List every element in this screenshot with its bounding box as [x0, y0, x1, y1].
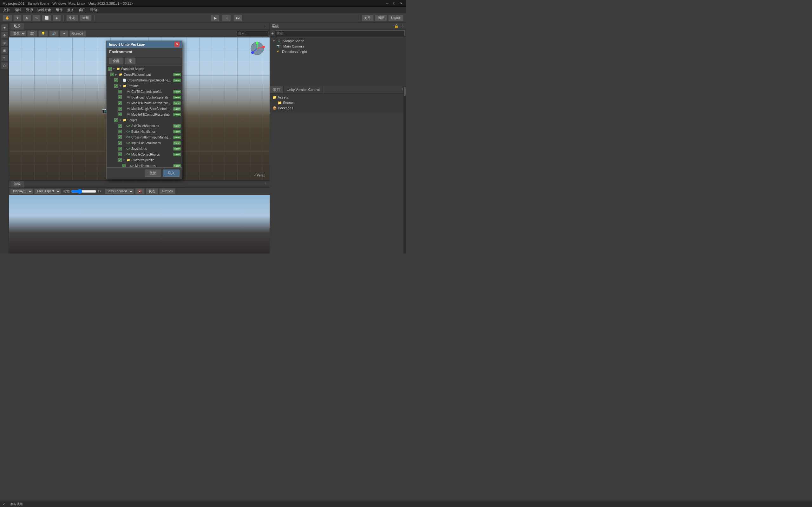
- account-btn[interactable]: 账号: [362, 15, 374, 21]
- check-axistouch[interactable]: ✓: [118, 124, 122, 128]
- menu-edit[interactable]: 编辑: [13, 7, 23, 13]
- menu-window[interactable]: 窗口: [77, 7, 88, 13]
- hierarchy-add-btn[interactable]: +: [271, 31, 274, 36]
- menu-file[interactable]: 文件: [1, 7, 12, 13]
- check-cartilt[interactable]: ✓: [118, 90, 122, 94]
- tree-item-guidelines[interactable]: ✓ 📄 CrossPlatformInputGuidelines.txt New: [107, 77, 182, 83]
- tree-item-mobiletilt[interactable]: ✓ 🎮 MobileTiltControlRig.prefab New: [107, 112, 182, 117]
- stats-btn[interactable]: 状态: [146, 188, 158, 194]
- tree-item-mobileaircraft[interactable]: ✓ 🎮 MobileAircraftControls.prefab New: [107, 100, 182, 106]
- minimize-btn[interactable]: ─: [385, 1, 390, 6]
- move-tool[interactable]: ✛: [13, 15, 21, 21]
- scene-shading-select[interactable]: 着色: [10, 31, 26, 37]
- mute-btn[interactable]: 🔇: [135, 188, 145, 194]
- tree-item-scripts[interactable]: ✓ ▼ 📁 Scripts: [107, 117, 182, 123]
- transform-tool[interactable]: ◈: [53, 15, 61, 21]
- game-tab[interactable]: 游戏: [10, 181, 24, 187]
- check-standard-assets[interactable]: ✓: [108, 67, 112, 71]
- cancel-btn[interactable]: 取消: [145, 170, 161, 177]
- scene-tab[interactable]: 场景: [10, 23, 24, 30]
- check-mobiletilt[interactable]: ✓: [118, 112, 122, 116]
- menu-services[interactable]: 服务: [65, 7, 76, 13]
- scene-audio-btn[interactable]: 🔊: [49, 31, 59, 37]
- pivot-btn[interactable]: 中心: [66, 15, 78, 21]
- tree-item-cartilt[interactable]: ✓ 🎮 CarTiltControls.prefab New: [107, 89, 182, 95]
- check-prefabs[interactable]: ✓: [114, 84, 118, 88]
- dialog-close-btn[interactable]: ✕: [174, 42, 180, 47]
- tree-item-crossplatformmgr[interactable]: ✓ C# CrossPlatformInputManager.cs New: [107, 134, 182, 140]
- check-mobilecontrol[interactable]: ✓: [118, 153, 122, 156]
- close-btn[interactable]: ✕: [399, 1, 403, 6]
- play-focused-btn[interactable]: Play Focused: [105, 188, 134, 194]
- menu-assets[interactable]: 资源: [24, 7, 35, 13]
- layers-btn[interactable]: 图层: [375, 15, 387, 21]
- scene-effects-btn[interactable]: ✦: [60, 31, 68, 37]
- rect-tool[interactable]: ⬜: [42, 15, 51, 21]
- tree-item-inputaxis[interactable]: ✓ C# InputAxisScrollbar.cs New: [107, 140, 182, 146]
- scene-search-input[interactable]: [237, 31, 268, 37]
- check-crossplatform[interactable]: ✓: [110, 72, 114, 76]
- project-scrollbar[interactable]: [403, 86, 406, 253]
- all-btn[interactable]: 全部: [109, 58, 123, 64]
- check-platformspec[interactable]: ✓: [118, 158, 122, 162]
- display-select[interactable]: Display 1: [10, 188, 33, 194]
- check-scripts[interactable]: ✓: [114, 118, 118, 122]
- tree-item-prefabs[interactable]: ✓ ▼ 📁 Prefabs: [107, 83, 182, 89]
- scale-slider[interactable]: [71, 189, 96, 193]
- check-inputaxis[interactable]: ✓: [118, 141, 122, 145]
- hierarchy-light[interactable]: ☀ Directional Light: [271, 49, 405, 54]
- scene-menu-icon[interactable]: ⋮: [264, 24, 268, 28]
- tree-item-joystick[interactable]: ✓ C# Joystick.cs New: [107, 146, 182, 152]
- check-mobilesingle[interactable]: ✓: [118, 107, 122, 111]
- tool-align[interactable]: ≡: [1, 55, 8, 61]
- scale-tool[interactable]: ⤡: [32, 15, 41, 21]
- tree-item-mobileinput[interactable]: ✓ C# MobileInput.cs New: [107, 163, 182, 167]
- tree-item-standard-assets[interactable]: ✓ ▼ 📁 Standard Assets: [107, 66, 182, 72]
- aspect-select[interactable]: Free Aspect: [34, 188, 61, 194]
- tree-item-mobilecontrol[interactable]: ✓ C# MobileControlRig.cs New: [107, 152, 182, 157]
- project-scenes[interactable]: 📁 Scenes: [271, 100, 405, 106]
- tool-extra[interactable]: ⬡: [1, 62, 8, 69]
- pause-button[interactable]: ⏸: [222, 14, 231, 21]
- maximize-btn[interactable]: □: [392, 1, 397, 6]
- game-gizmos-btn[interactable]: Gizmos: [159, 188, 176, 194]
- hierarchy-lock-icon[interactable]: 🔒: [394, 24, 399, 28]
- none-btn[interactable]: 无: [125, 58, 136, 64]
- layout-btn[interactable]: Layout: [388, 15, 403, 21]
- menu-component[interactable]: 组件: [54, 7, 65, 13]
- import-btn[interactable]: 导入: [163, 170, 180, 177]
- tree-item-axistouch[interactable]: ✓ C# AxisTouchButton.cs New: [107, 123, 182, 129]
- check-crossplatformmgr[interactable]: ✓: [118, 135, 122, 139]
- check-dualtouch[interactable]: ✓: [118, 95, 122, 99]
- step-button[interactable]: ⏭: [234, 14, 242, 21]
- rotate-tool[interactable]: ↻: [23, 15, 31, 21]
- tab-vcs[interactable]: Unity Version Control: [284, 86, 323, 93]
- tree-item-platformspec[interactable]: ✓ ▼ 📁 PlatformSpecific: [107, 157, 182, 163]
- scene-gizmos-btn[interactable]: Gizmos: [69, 31, 86, 37]
- check-mobileinput[interactable]: ✓: [122, 164, 125, 167]
- check-guidelines[interactable]: ✓: [114, 78, 118, 82]
- tree-item-mobilesingle[interactable]: ✓ 🎮 MobileSingleStickControl.prefab New: [107, 106, 182, 112]
- menu-gameobject[interactable]: 游戏对象: [36, 7, 53, 13]
- scene-2d-btn[interactable]: 2D: [27, 31, 37, 37]
- project-packages[interactable]: 📦 Packages: [271, 106, 405, 111]
- global-btn[interactable]: 全局: [80, 15, 92, 21]
- tool-snap[interactable]: ⊞: [1, 47, 8, 54]
- check-joystick[interactable]: ✓: [118, 147, 122, 151]
- project-assets[interactable]: 📁 Assets: [271, 95, 405, 100]
- tree-item-dualtouch[interactable]: ✓ 🎮 DualTouchControls.prefab New: [107, 95, 182, 100]
- check-mobileaircraft[interactable]: ✓: [118, 101, 122, 105]
- tree-item-buttonhandler[interactable]: ✓ C# ButtonHandler.cs New: [107, 129, 182, 134]
- hand-tool[interactable]: ✋: [3, 15, 12, 21]
- hierarchy-search-input[interactable]: [275, 31, 405, 36]
- check-buttonhandler[interactable]: ✓: [118, 130, 122, 133]
- tree-item-crossplatform[interactable]: ✓ ▶ 📁 CrossPlatformInput New: [107, 72, 182, 77]
- tool-move[interactable]: ✛: [1, 32, 8, 39]
- hierarchy-more-icon[interactable]: ⋮: [401, 24, 404, 28]
- play-button[interactable]: ▶: [211, 14, 219, 21]
- menu-help[interactable]: 帮助: [88, 7, 99, 13]
- play-focused-select[interactable]: Play Focused: [105, 188, 134, 194]
- hierarchy-camera[interactable]: 📷 Main Camera: [271, 43, 405, 49]
- hierarchy-scene[interactable]: ▼ ⊙ SampleScene: [271, 38, 405, 43]
- tool-view[interactable]: 👁: [1, 24, 8, 31]
